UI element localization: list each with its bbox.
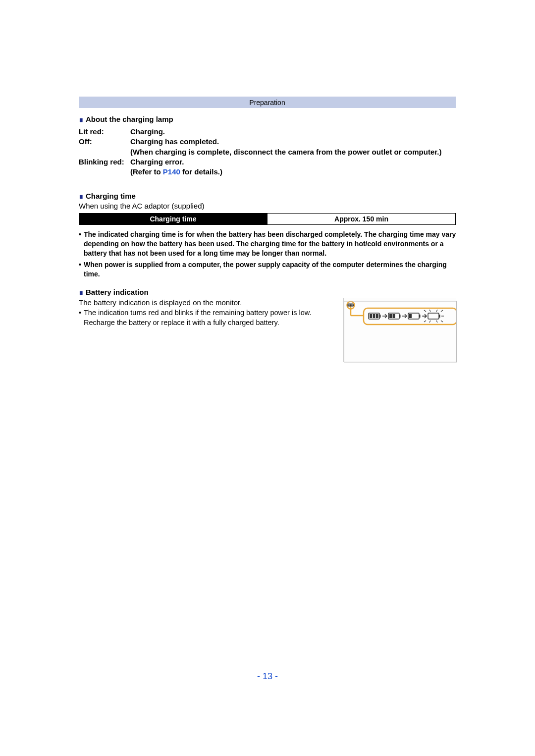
square-bullet-icon: ∎ [79, 115, 84, 124]
bullet-dot-icon: • [79, 230, 84, 258]
lamp-value: Charging. [130, 127, 456, 137]
lamp-value: Charging error. (Refer to P140 for detai… [130, 157, 456, 177]
svg-rect-8 [351, 304, 353, 306]
manual-page: Preparation ∎About the charging lamp Lit… [0, 0, 535, 756]
note-text: When power is supplied from a computer, … [84, 260, 456, 279]
heading-charging-time: ∎Charging time [79, 192, 456, 201]
lamp-row-lit-red: Lit red: Charging. [79, 127, 456, 137]
battery-levels-diagram-icon [344, 298, 457, 363]
note-item: • When power is supplied from a computer… [79, 260, 456, 279]
charging-time-table: Charging time Approx. 150 min [79, 213, 456, 225]
section-header: Preparation [79, 97, 456, 108]
svg-line-33 [436, 321, 437, 323]
svg-rect-18 [393, 314, 395, 318]
link-p140[interactable]: P140 [163, 167, 180, 176]
square-bullet-icon: ∎ [79, 288, 84, 297]
charging-lamp-states: Lit red: Charging. Off: Charging has com… [79, 127, 456, 177]
lamp-value: Charging has completed. (When charging i… [130, 137, 456, 157]
svg-rect-9 [344, 301, 457, 362]
heading-text: About the charging lamp [86, 115, 173, 123]
svg-line-24 [424, 310, 426, 312]
svg-rect-11 [379, 315, 381, 318]
svg-rect-22 [428, 313, 439, 319]
square-bullet-icon: ∎ [79, 192, 84, 201]
lamp-label: Lit red: [79, 127, 130, 137]
lamp-label: Blinking red: [79, 157, 130, 167]
bullet-text: The indication turns red and blinks if t… [84, 308, 334, 327]
bullet-dot-icon: • [79, 308, 84, 327]
table-header-cell: Charging time [79, 214, 268, 225]
heading-battery-indication: ∎Battery indication [79, 288, 456, 297]
svg-rect-5 [353, 304, 354, 306]
svg-rect-20 [419, 315, 421, 318]
svg-rect-7 [350, 304, 351, 306]
heading-text: Battery indication [86, 288, 149, 296]
lamp-row-blinking-red: Blinking red: Charging error. (Refer to … [79, 157, 456, 177]
svg-rect-6 [348, 304, 350, 306]
svg-rect-21 [409, 314, 412, 318]
svg-rect-14 [376, 314, 378, 318]
battery-indication-line1: The battery indication is displayed on t… [79, 298, 334, 308]
battery-indication-figure [343, 298, 456, 362]
lamp-row-off: Off: Charging has completed. (When charg… [79, 137, 456, 157]
battery-indication-row: The battery indication is displayed on t… [79, 298, 456, 362]
lamp-label: Off: [79, 137, 130, 147]
note-text: The indicated charging time is for when … [84, 230, 456, 258]
svg-rect-23 [439, 315, 440, 318]
heading-text: Charging time [86, 192, 136, 200]
svg-line-29 [441, 321, 443, 322]
heading-charging-lamp: ∎About the charging lamp [79, 115, 456, 124]
bullet-item: • The indication turns red and blinks if… [79, 308, 334, 327]
table-value-cell: Approx. 150 min [268, 214, 456, 225]
svg-rect-13 [373, 314, 375, 318]
page-number: - 13 - [0, 671, 535, 682]
charging-time-notes: • The indicated charging time is for whe… [79, 230, 456, 278]
svg-rect-17 [389, 314, 392, 318]
svg-rect-16 [399, 315, 401, 318]
svg-rect-12 [370, 314, 372, 318]
battery-indication-text: The battery indication is displayed on t… [79, 298, 334, 328]
svg-line-31 [436, 310, 437, 312]
bullet-dot-icon: • [79, 260, 84, 279]
svg-line-26 [424, 321, 426, 322]
svg-line-27 [441, 310, 443, 312]
svg-line-32 [429, 321, 430, 323]
svg-line-30 [429, 310, 430, 312]
charging-time-subtext: When using the AC adaptor (supplied) [79, 202, 456, 210]
note-item: • The indicated charging time is for whe… [79, 230, 456, 258]
